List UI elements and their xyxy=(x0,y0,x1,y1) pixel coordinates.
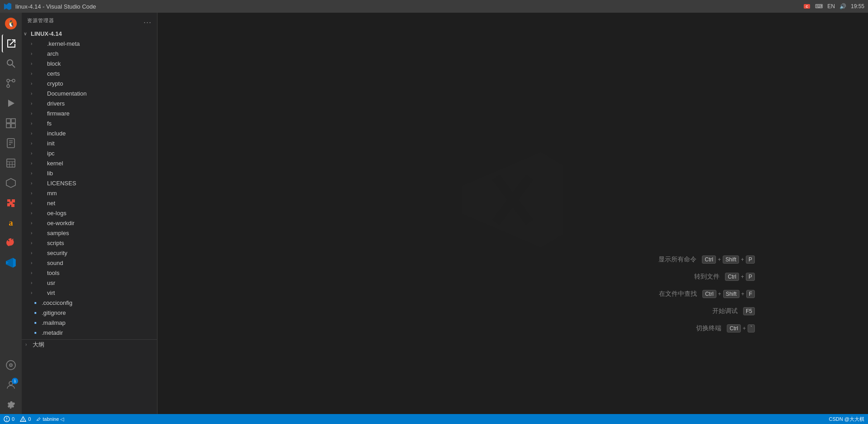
folder-label: virt xyxy=(47,289,157,296)
folder-label: scripts xyxy=(47,240,157,246)
folder-label: kernel xyxy=(47,160,157,167)
account-icon[interactable]: 1 xyxy=(2,376,20,394)
folder-chevron: › xyxy=(31,91,38,96)
tabnine-status[interactable]: tabnine ◁ xyxy=(36,416,64,422)
file-label: .cocciconfig xyxy=(42,299,157,306)
folder-item[interactable]: ›drivers xyxy=(22,98,157,108)
key-shift-1: Shift xyxy=(723,255,739,264)
key-f5: F5 xyxy=(743,307,755,315)
folder-item[interactable]: ›Documentation xyxy=(22,88,157,98)
extensions-icon[interactable] xyxy=(2,114,20,132)
shortcut-debug: 开始调试 F5 xyxy=(651,307,755,315)
folder-item[interactable]: ›usr xyxy=(22,278,157,288)
folder-label: arch xyxy=(47,50,157,57)
folder-item[interactable]: ›tools xyxy=(22,268,157,278)
folder-item[interactable]: ›init xyxy=(22,138,157,148)
warning-count[interactable]: 0 xyxy=(20,416,31,422)
vscode-title-icon xyxy=(4,2,12,10)
folder-item[interactable]: ›mm xyxy=(22,188,157,198)
folder-chevron: › xyxy=(31,161,38,166)
folder-item[interactable]: ›oe-workdir xyxy=(22,218,157,228)
svg-marker-23 xyxy=(6,178,15,188)
folder-item[interactable]: ›oe-logs xyxy=(22,208,157,218)
bottom-bar: 0 0 tabnine ◁ CSDN @大大棋 xyxy=(0,414,868,424)
file-item[interactable]: ■.gitignore xyxy=(22,308,157,318)
folder-label: net xyxy=(47,200,157,207)
sidebar-more-button[interactable]: ... xyxy=(143,16,152,25)
folder-label: samples xyxy=(47,230,157,236)
folder-item[interactable]: ›firmware xyxy=(22,108,157,118)
shortcut-show-all-label: 显示所有命令 xyxy=(651,255,696,264)
outline-item[interactable]: › 大纲 xyxy=(22,339,157,349)
folder-item[interactable]: ›LICENSES xyxy=(22,178,157,188)
folder-item[interactable]: ›scripts xyxy=(22,238,157,248)
folder-item[interactable]: ›arch xyxy=(22,48,157,58)
title-csdn: C xyxy=(803,3,811,10)
ubuntu-icon[interactable]: 🐧 xyxy=(2,14,20,33)
folder-item[interactable]: ›.kernel-meta xyxy=(22,39,157,48)
settings-gear-icon[interactable] xyxy=(2,396,20,414)
folder-item[interactable]: ›block xyxy=(22,58,157,68)
shortcut-find-in-files: 在文件中查找 Ctrl + Shift + F xyxy=(651,290,755,298)
folder-item[interactable]: ›ipc xyxy=(22,148,157,158)
folder-label: include xyxy=(47,130,157,137)
folder-item[interactable]: ›include xyxy=(22,128,157,138)
sidebar-title: 资源管理器 xyxy=(27,17,54,24)
folder-chevron: › xyxy=(31,51,38,56)
folder-chevron: › xyxy=(31,101,38,106)
folder-item[interactable]: ›security xyxy=(22,248,157,258)
folder-item[interactable]: ›certs xyxy=(22,68,157,78)
vscode-blue-icon[interactable] xyxy=(2,254,20,272)
file-label: .metadir xyxy=(42,329,157,336)
remote-icon[interactable] xyxy=(2,174,20,192)
folder-chevron: › xyxy=(31,181,38,186)
key-ctrl-3: Ctrl xyxy=(702,290,716,298)
folder-item[interactable]: ›crypto xyxy=(22,78,157,88)
root-folder[interactable]: ∨ LINUX-4.14 xyxy=(22,29,157,39)
folder-chevron: › xyxy=(31,231,38,236)
title-lang: EN xyxy=(827,3,835,10)
folder-chevron: › xyxy=(31,270,38,275)
tabnine-label: tabnine ◁ xyxy=(43,416,64,422)
puzzle-icon[interactable] xyxy=(2,194,20,212)
file-tree: ∨ LINUX-4.14 ›.kernel-meta›arch›block›ce… xyxy=(22,29,157,414)
warning-count-label: 0 xyxy=(28,416,31,422)
error-count[interactable]: 0 xyxy=(4,416,14,422)
folder-label: oe-logs xyxy=(47,210,157,217)
svg-rect-12 xyxy=(6,124,10,128)
shortcut-goto-file: 转到文件 Ctrl + P xyxy=(651,273,755,281)
title-time: 19:55 xyxy=(851,3,864,10)
file-item[interactable]: ■.cocciconfig xyxy=(22,298,157,308)
folder-item[interactable]: ›lib xyxy=(22,168,157,178)
search-icon[interactable] xyxy=(2,54,20,72)
run-icon[interactable] xyxy=(2,94,20,112)
folder-label: .kernel-meta xyxy=(47,40,157,47)
folder-label: crypto xyxy=(47,80,157,87)
notebook-icon[interactable] xyxy=(2,134,20,152)
folder-chevron: › xyxy=(31,131,38,136)
source-control-icon[interactable] xyxy=(2,74,20,92)
folder-chevron: › xyxy=(31,121,38,126)
svg-rect-18 xyxy=(7,159,15,167)
root-chevron: ∨ xyxy=(24,31,31,36)
amazon-icon[interactable]: a xyxy=(2,214,20,232)
svg-marker-9 xyxy=(8,100,14,107)
explorer-icon[interactable] xyxy=(2,34,20,53)
folder-item[interactable]: ›virt xyxy=(22,288,157,298)
root-folder-label: LINUX-4.14 xyxy=(31,30,157,37)
folder-item[interactable]: ›samples xyxy=(22,228,157,238)
svg-rect-10 xyxy=(6,119,10,123)
folder-item[interactable]: ›fs xyxy=(22,118,157,128)
folder-label: block xyxy=(47,60,157,67)
folder-item[interactable]: ›net xyxy=(22,198,157,208)
folder-label: security xyxy=(47,250,157,256)
dvd-icon[interactable] xyxy=(2,356,20,374)
file-item[interactable]: ■.mailmap xyxy=(22,318,157,328)
spreadsheet-icon[interactable] xyxy=(2,154,20,172)
folder-item[interactable]: ›sound xyxy=(22,258,157,268)
folder-item[interactable]: ›kernel xyxy=(22,158,157,168)
file-item[interactable]: ■.metadir xyxy=(22,328,157,337)
sidebar: 资源管理器 ... ∨ LINUX-4.14 ›.kernel-meta›arc… xyxy=(22,13,157,414)
svg-point-26 xyxy=(10,365,11,366)
tools-icon[interactable] xyxy=(2,234,20,252)
